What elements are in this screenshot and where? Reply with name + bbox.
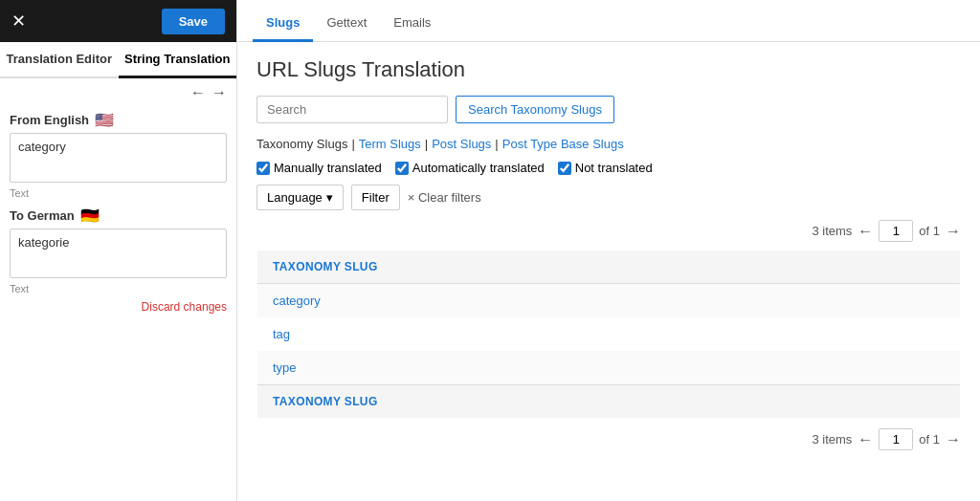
table-cell-slug[interactable]: type <box>257 351 961 385</box>
nav-arrows: ← → <box>0 78 236 107</box>
main-content: URL Slugs Translation Search Taxonomy Sl… <box>237 42 980 501</box>
table-row[interactable]: tag <box>257 317 961 351</box>
from-text-field[interactable] <box>10 133 227 183</box>
bottom-next-page-arrow[interactable]: → <box>946 431 961 448</box>
nav-back-arrow[interactable]: ← <box>190 84 206 101</box>
table-header-row: TAXONOMY SLUG <box>257 250 961 284</box>
main-tabs: Slugs Gettext Emails <box>237 0 980 42</box>
top-prev-page-arrow[interactable]: ← <box>858 223 873 240</box>
sidebar: ✕ Save Translation Editor String Transla… <box>0 0 237 501</box>
checkbox-not-translated[interactable]: Not translated <box>558 161 653 175</box>
table-footer-row: TAXONOMY SLUG <box>257 385 961 419</box>
checkbox-manually-translated[interactable]: Manually translated <box>256 161 382 175</box>
checkbox-manually-translated-input[interactable] <box>256 162 270 175</box>
slug-table: TAXONOMY SLUG categorytagtype TAXONOMY S… <box>256 250 961 419</box>
tab-emails[interactable]: Emails <box>380 6 444 42</box>
search-row: Search Taxonomy Slugs <box>256 96 961 123</box>
search-taxonomy-button[interactable]: Search Taxonomy Slugs <box>456 96 614 123</box>
top-page-of: of 1 <box>919 224 940 238</box>
sidebar-header: ✕ Save <box>0 0 236 42</box>
to-flag: 🇩🇪 <box>80 207 100 225</box>
from-section: From English 🇺🇸 Text <box>0 107 236 203</box>
sidebar-tabs: Translation Editor String Translation <box>0 42 236 78</box>
page-title: URL Slugs Translation <box>256 57 961 82</box>
tab-string-translation[interactable]: String Translation <box>119 42 237 78</box>
tab-gettext[interactable]: Gettext <box>313 6 380 42</box>
close-icon[interactable]: ✕ <box>11 12 26 30</box>
sep3: | <box>495 137 498 151</box>
filter-button[interactable]: Filter <box>351 185 400 210</box>
top-pagination: 3 items ← of 1 → <box>256 220 961 242</box>
nav-forward-arrow[interactable]: → <box>212 84 227 101</box>
to-field-type: Text <box>10 283 227 294</box>
filter-links-prefix: Taxonomy Slugs <box>256 137 347 151</box>
to-text-field[interactable] <box>10 229 227 278</box>
table-footer-taxonomy-slug: TAXONOMY SLUG <box>257 385 961 419</box>
to-section: To German 🇩🇪 Text <box>0 203 236 298</box>
bottom-items-count: 3 items <box>812 432 852 447</box>
sep1: | <box>351 137 354 151</box>
table-row[interactable]: category <box>257 284 961 318</box>
sep2: | <box>425 137 428 151</box>
table-cell-slug[interactable]: tag <box>257 317 961 351</box>
search-input[interactable] <box>256 96 448 123</box>
from-flag: 🇺🇸 <box>95 111 114 129</box>
top-items-count: 3 items <box>812 224 852 238</box>
filter-link-post-type-base-slugs[interactable]: Post Type Base Slugs <box>502 137 624 151</box>
checkbox-auto-translated-label: Automatically translated <box>412 161 545 175</box>
from-label-text: From English <box>10 113 89 127</box>
checkbox-not-translated-label: Not translated <box>575 161 653 175</box>
filter-link-term-slugs[interactable]: Term Slugs <box>359 137 421 151</box>
from-label: From English 🇺🇸 <box>10 111 227 129</box>
discard-changes-link[interactable]: Discard changes <box>142 300 227 314</box>
main-panel: Slugs Gettext Emails URL Slugs Translati… <box>237 0 980 501</box>
bottom-prev-page-arrow[interactable]: ← <box>858 431 873 448</box>
chevron-down-icon: ▾ <box>326 190 333 205</box>
bottom-page-input[interactable] <box>879 428 913 450</box>
tab-slugs[interactable]: Slugs <box>253 6 313 42</box>
to-label: To German 🇩🇪 <box>10 207 227 225</box>
filter-link-post-slugs[interactable]: Post Slugs <box>432 137 491 151</box>
filter-links: Taxonomy Slugs | Term Slugs | Post Slugs… <box>256 137 961 151</box>
checkbox-row: Manually translated Automatically transl… <box>256 161 961 175</box>
slug-table-body: categorytagtype <box>257 284 961 385</box>
table-header-taxonomy-slug: TAXONOMY SLUG <box>257 250 961 284</box>
discard-row: Discard changes <box>0 298 236 314</box>
tab-translation-editor[interactable]: Translation Editor <box>0 42 119 78</box>
language-btn-label: Language <box>267 190 323 205</box>
bottom-page-of: of 1 <box>919 432 940 447</box>
bottom-pagination: 3 items ← of 1 → <box>256 428 961 450</box>
top-next-page-arrow[interactable]: → <box>946 223 961 240</box>
table-row[interactable]: type <box>257 351 961 385</box>
clear-filters-link[interactable]: × Clear filters <box>408 190 481 205</box>
checkbox-auto-translated[interactable]: Automatically translated <box>395 161 545 175</box>
from-field-type: Text <box>10 187 227 199</box>
language-dropdown-button[interactable]: Language ▾ <box>256 185 344 210</box>
checkbox-not-translated-input[interactable] <box>558 162 571 175</box>
table-cell-slug[interactable]: category <box>257 284 961 318</box>
top-page-input[interactable] <box>879 220 913 242</box>
to-label-text: To German <box>10 208 75 223</box>
save-button[interactable]: Save <box>162 9 225 34</box>
checkbox-manually-translated-label: Manually translated <box>274 161 382 175</box>
filter-row: Language ▾ Filter × Clear filters <box>256 185 961 210</box>
checkbox-auto-translated-input[interactable] <box>395 162 409 175</box>
